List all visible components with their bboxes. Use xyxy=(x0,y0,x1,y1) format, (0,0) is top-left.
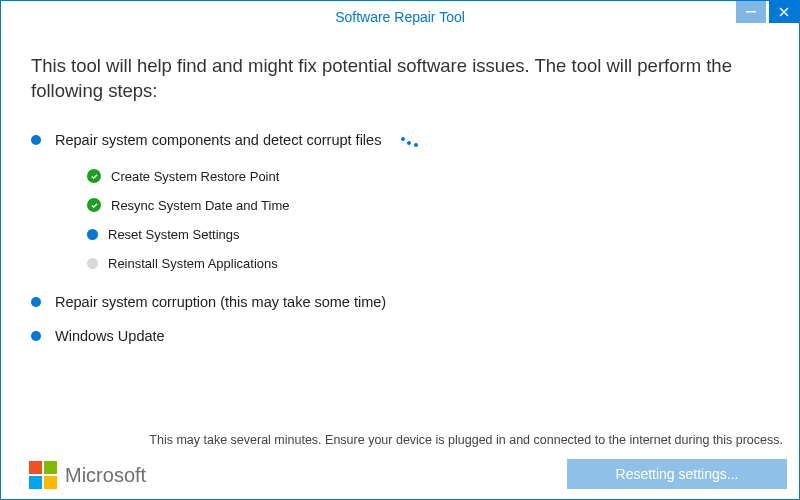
bullet-icon xyxy=(31,331,41,341)
step-label: Windows Update xyxy=(55,328,165,344)
substep-label: Create System Restore Point xyxy=(111,169,279,184)
content-area: This tool will help find and might fix p… xyxy=(1,28,799,499)
step-label: Repair system corruption (this may take … xyxy=(55,294,386,310)
substep-resync-time: Resync System Date and Time xyxy=(87,191,769,220)
step-windows-update: Windows Update xyxy=(31,328,769,344)
step-list: Repair system components and detect corr… xyxy=(31,130,769,344)
minimize-icon xyxy=(746,7,756,17)
bullet-icon xyxy=(31,135,41,145)
substep-restore-point: Create System Restore Point xyxy=(87,162,769,191)
pending-dot-icon xyxy=(87,258,98,269)
substep-reinstall-apps: Reinstall System Applications xyxy=(87,249,769,278)
window-title: Software Repair Tool xyxy=(335,9,465,25)
substep-label: Reset System Settings xyxy=(108,227,240,242)
svg-rect-0 xyxy=(746,11,756,13)
substep-label: Resync System Date and Time xyxy=(111,198,289,213)
bullet-icon xyxy=(31,297,41,307)
logo-text: Microsoft xyxy=(65,464,146,487)
footer-hint: This may take several minutes. Ensure yo… xyxy=(29,433,787,447)
active-dot-icon xyxy=(87,229,98,240)
progress-spinner-icon xyxy=(401,130,421,150)
step-repair-corruption: Repair system corruption (this may take … xyxy=(31,294,769,310)
close-button[interactable] xyxy=(769,1,799,23)
check-icon xyxy=(87,169,101,183)
substep-list: Create System Restore Point Resync Syste… xyxy=(87,162,769,278)
footer: This may take several minutes. Ensure yo… xyxy=(1,433,799,499)
titlebar: Software Repair Tool xyxy=(1,1,799,28)
window-controls xyxy=(736,1,799,23)
microsoft-logo-icon xyxy=(29,461,57,489)
footer-row: Microsoft Resetting settings... xyxy=(29,459,787,489)
microsoft-logo: Microsoft xyxy=(29,461,146,489)
intro-text: This tool will help find and might fix p… xyxy=(31,54,769,104)
check-icon xyxy=(87,198,101,212)
step-label: Repair system components and detect corr… xyxy=(55,132,381,148)
step-repair-components: Repair system components and detect corr… xyxy=(31,130,769,150)
close-icon xyxy=(779,7,789,17)
substep-label: Reinstall System Applications xyxy=(108,256,278,271)
substep-reset-settings: Reset System Settings xyxy=(87,220,769,249)
app-window: Software Repair Tool This tool will help… xyxy=(0,0,800,500)
minimize-button[interactable] xyxy=(736,1,766,23)
status-button[interactable]: Resetting settings... xyxy=(567,459,787,489)
